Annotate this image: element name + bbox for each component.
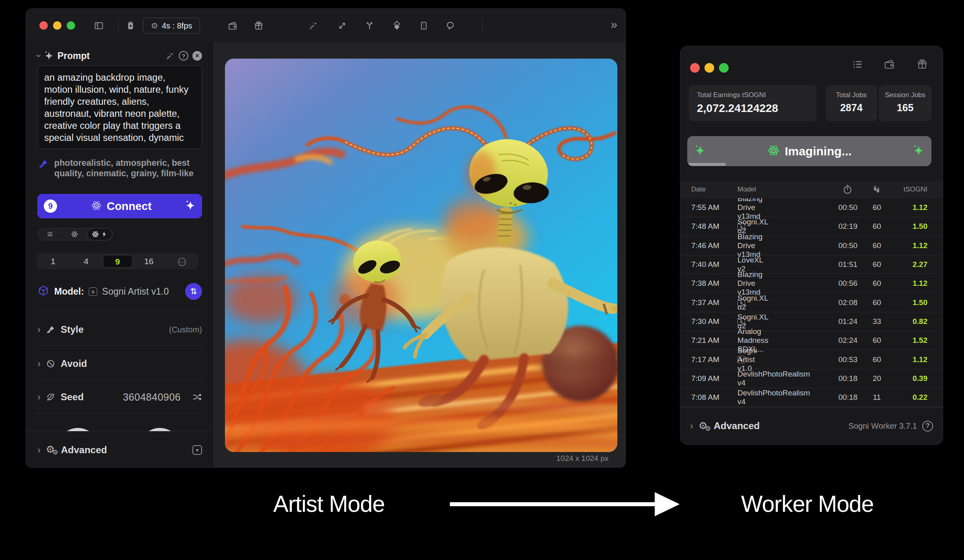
wallet-icon[interactable]: [884, 58, 896, 70]
job-steps: 60: [866, 355, 888, 364]
job-duration: 02:19: [831, 222, 865, 231]
minimize-window-button[interactable]: [53, 21, 61, 30]
zoom-window-button[interactable]: [719, 63, 729, 73]
style-section-row[interactable]: › Style (Custom): [37, 320, 202, 339]
connect-button[interactable]: 9 Connect: [37, 194, 202, 218]
job-duration: 00:56: [831, 279, 865, 288]
video-export-icon[interactable]: [125, 20, 136, 31]
paintbrush-icon: [38, 159, 49, 171]
seed-section-row[interactable]: › Seed 3604840906: [37, 387, 202, 407]
job-steps: 60: [866, 260, 888, 269]
table-row[interactable]: 7:55 AM Blazing Drive v13md 00:50 60 1.1…: [680, 198, 943, 217]
chevron-right-icon[interactable]: ›: [690, 421, 693, 431]
avoid-section-row[interactable]: › Avoid: [37, 354, 202, 373]
advanced-section-row[interactable]: › ⚙⚙ Advanced ▾: [26, 431, 212, 468]
queue-count-badge: 9: [44, 200, 57, 213]
toolbar-divider: [482, 19, 482, 32]
wallet-icon[interactable]: [227, 20, 239, 31]
tsogni-column-header: tSOGNI: [903, 185, 927, 193]
table-row[interactable]: 7:37 AM sSogni.XL α2 02:08 60 1.50: [680, 293, 943, 312]
batch-option-1[interactable]: 1: [37, 257, 69, 266]
job-duration: 00:18: [831, 374, 865, 383]
help-icon[interactable]: ?: [922, 421, 933, 432]
table-row[interactable]: 7:09 AM DevlishPhotoRealism v4 00:18 20 …: [680, 369, 943, 388]
prompt-close-icon[interactable]: ×: [192, 51, 202, 61]
job-steps: 60: [866, 336, 888, 345]
chevron-right-icon: ›: [37, 325, 41, 334]
screenshot-stage: ⚙ 4s : 8fps » › Prompt ?: [0, 0, 964, 560]
table-row[interactable]: 7:46 AM Blazing Drive v13md 00:50 60 1.1…: [680, 236, 943, 255]
worker-version-label: Sogni Worker 3.7.1: [848, 422, 917, 431]
paintbrush-icon: [46, 325, 55, 334]
job-steps: 60: [866, 279, 888, 288]
job-earnings: 1.12: [913, 355, 927, 364]
table-row[interactable]: 7:21 AM Analog Madness SDXL... 02:24 60 …: [680, 331, 943, 350]
gear-icon: ⚙: [151, 22, 158, 30]
job-date: 7:08 AM: [691, 393, 719, 402]
magic-wand-icon[interactable]: [308, 20, 319, 31]
swap-model-button[interactable]: ⇅: [185, 283, 202, 300]
popout-icon[interactable]: ▾: [192, 445, 202, 455]
gift-icon[interactable]: [253, 20, 264, 31]
table-row[interactable]: 7:08 AM DevlishPhotoRealism v4 00:18 11 …: [680, 388, 943, 407]
table-row[interactable]: 7:30 AM sSogni.XL α2 01:24 33 0.82: [680, 312, 943, 331]
advanced-section-label: Advanced: [714, 420, 760, 432]
zoom-window-button[interactable]: [67, 21, 75, 30]
resize-icon[interactable]: [337, 20, 348, 31]
minimize-window-button[interactable]: [705, 63, 714, 73]
job-list-icon[interactable]: [852, 58, 864, 70]
table-row[interactable]: 7:38 AM Blazing Drive v13md 00:56 60 1.1…: [680, 274, 943, 293]
sogni-badge-icon: s: [89, 287, 97, 296]
job-date: 7:09 AM: [691, 374, 719, 383]
prompt-help-icon[interactable]: ?: [179, 51, 188, 61]
model-cube-icon: [37, 285, 49, 298]
session-jobs-label: Session Jobs: [879, 91, 931, 99]
worker-mode-caption: Worker Mode: [703, 491, 912, 517]
shuffle-seed-icon[interactable]: [192, 392, 202, 402]
arrow-head-icon: [655, 492, 680, 516]
prompt-section-title: Prompt: [57, 51, 90, 61]
sidebar-toggle-icon[interactable]: [93, 20, 104, 31]
enhance-prompt-icon[interactable]: [165, 51, 175, 61]
table-row[interactable]: 7:48 AM sSogni.XL α2 02:19 60 1.50: [680, 217, 943, 236]
job-date: 7:55 AM: [691, 203, 719, 212]
job-duration: 01:24: [831, 317, 865, 326]
close-window-button[interactable]: [690, 63, 700, 73]
divider: [37, 413, 202, 413]
job-steps: 33: [866, 317, 888, 326]
layers-icon[interactable]: [391, 20, 402, 31]
toolbar-overflow-button[interactable]: »: [611, 18, 616, 31]
table-row[interactable]: 7:17 AM sSogni Artist v1.0 00:53 60 1.12: [680, 350, 943, 369]
job-progress-bar: [688, 163, 726, 166]
branch-icon[interactable]: [364, 20, 375, 31]
batch-option-16[interactable]: 16: [133, 257, 165, 266]
arrow-shaft: [450, 502, 656, 506]
job-duration: 00:50: [831, 203, 865, 212]
total-earnings-value: 2,072.24124228: [697, 102, 817, 115]
prompt-input[interactable]: an amazing backdrop image, motion illusi…: [37, 65, 202, 149]
video-settings-button[interactable]: ⚙ 4s : 8fps: [143, 18, 200, 34]
job-duration: 02:24: [831, 336, 865, 345]
network-render-segment[interactable]: [62, 228, 87, 240]
fast-network-render-segment[interactable]: [87, 228, 112, 240]
style-hint-row[interactable]: photorealistic, atmospheric, best qualit…: [38, 158, 202, 179]
jobs-table-header: Date Model tSOGNI: [680, 181, 943, 198]
steps-column-icon: [871, 184, 882, 195]
close-window-button[interactable]: [39, 21, 48, 30]
gift-icon[interactable]: [916, 58, 928, 70]
chevron-down-icon[interactable]: ›: [34, 54, 44, 57]
generated-image[interactable]: [225, 59, 617, 452]
worker-footer: › ⚙⚙ Advanced Sogni Worker 3.7.1 ?: [680, 407, 943, 444]
artist-sidebar: › Prompt ? × an amazing backdrop image, …: [26, 42, 212, 468]
batch-more-button[interactable]: ⋯: [165, 257, 198, 267]
frame-icon[interactable]: [418, 20, 429, 31]
local-render-segment[interactable]: [38, 228, 62, 240]
style-section-value: (Custom): [169, 325, 202, 334]
model-name: Sogni Artist v1.0: [102, 286, 169, 297]
ban-icon: [46, 359, 55, 369]
batch-option-4[interactable]: 4: [69, 257, 102, 266]
table-row[interactable]: 7:40 AM LoveXL v2 01:51 60 2.27: [680, 255, 943, 274]
batch-option-9-selected[interactable]: 9: [103, 255, 133, 268]
lasso-icon[interactable]: [445, 20, 456, 31]
date-column-header: Date: [691, 185, 706, 193]
